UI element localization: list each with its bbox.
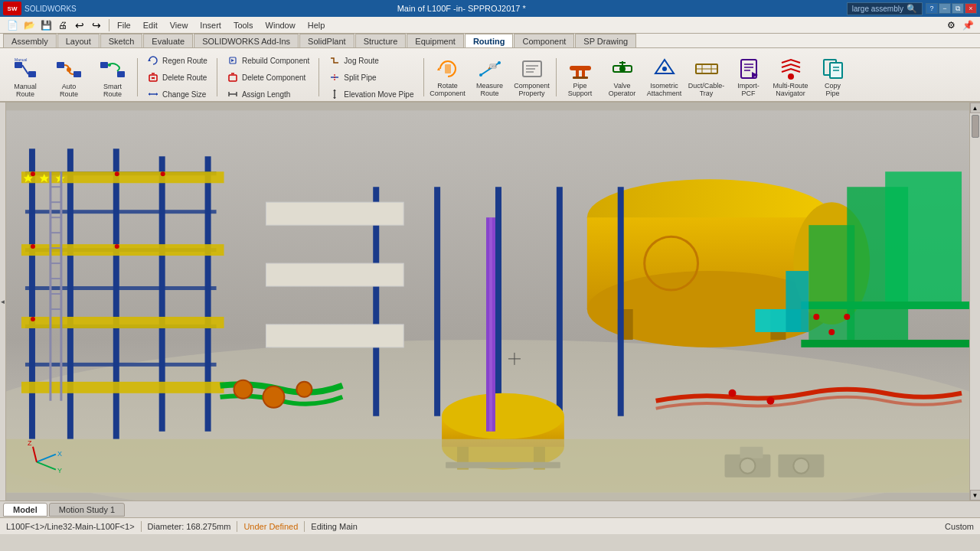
svg-rect-67: [29, 148, 35, 439]
viewport[interactable]: X Y Z: [6, 103, 969, 500]
measure-route-button[interactable]: 168 MeasureRoute: [470, 54, 510, 101]
scroll-track[interactable]: [970, 113, 980, 490]
save-button[interactable]: 💾: [38, 18, 54, 33]
file-path: L100F<1>/Line32-Main-L100F<1>: [6, 522, 135, 531]
delete-route-button[interactable]: Delete Route: [143, 70, 211, 85]
valve-operator-button[interactable]: ValveOperator: [603, 54, 642, 101]
pin-button[interactable]: 📌: [960, 18, 975, 33]
tab-structure[interactable]: Structure: [355, 34, 407, 47]
tab-addins[interactable]: SOLIDWORKS Add-Ins: [194, 34, 299, 47]
menu-tools[interactable]: Tools: [227, 17, 260, 33]
svg-rect-8: [117, 71, 125, 77]
import-pcf-button[interactable]: Import-PCF: [729, 54, 769, 101]
command-manager: Assembly Layout Sketch Evaluate SOLIDWOR…: [0, 34, 980, 103]
svg-point-9: [108, 64, 111, 67]
svg-rect-100: [885, 171, 962, 309]
quick-access-toolbar: 📄 📂 💾 🖨 ↩ ↪: [2, 18, 107, 33]
tab-layout[interactable]: Layout: [57, 34, 100, 47]
sep4: [423, 58, 424, 96]
smart-route-button[interactable]: SmartRoute: [92, 51, 133, 103]
scroll-down-button[interactable]: ▼: [970, 490, 981, 500]
restore-button[interactable]: ⧉: [952, 3, 964, 14]
assign-length-button[interactable]: Assign Length: [223, 86, 313, 102]
close-button[interactable]: ×: [965, 3, 977, 14]
menu-window[interactable]: Window: [260, 17, 302, 33]
change-size-label: Change Size: [162, 90, 206, 99]
svg-rect-105: [495, 187, 501, 416]
svg-point-33: [498, 61, 501, 64]
vertical-scrollbar[interactable]: ▲ ▼: [969, 103, 980, 500]
left-panel-toggle[interactable]: ◄: [0, 103, 6, 500]
component-property-button[interactable]: ComponentProperty: [512, 54, 552, 101]
search-box[interactable]: large assembly 🔍: [847, 2, 923, 15]
delete-route-label: Delete Route: [162, 73, 207, 82]
tab-solidplant[interactable]: SolidPlant: [299, 34, 354, 47]
scroll-thumb[interactable]: [972, 115, 979, 138]
regen-route-label: Regen Route: [162, 57, 207, 65]
menu-help[interactable]: Help: [302, 17, 332, 33]
undo-button[interactable]: ↩: [72, 18, 87, 33]
toolbar-icons-right: ⚙ 📌: [940, 18, 978, 33]
tab-component[interactable]: Component: [514, 34, 574, 47]
pipe-support-button[interactable]: PipeSupport: [560, 54, 600, 101]
menu-file[interactable]: File: [111, 17, 137, 33]
duct-cable-tray-button[interactable]: Duct/Cable-Tray: [687, 54, 727, 101]
tab-model[interactable]: Model: [3, 503, 47, 517]
delete-component-button[interactable]: Delete Component: [223, 70, 313, 85]
minimize-button[interactable]: −: [939, 3, 951, 14]
menu-view[interactable]: View: [164, 17, 194, 33]
svg-line-2: [22, 65, 28, 74]
svg-text:Z: Z: [28, 439, 32, 447]
scroll-up-button[interactable]: ▲: [970, 103, 981, 113]
open-button[interactable]: 📂: [21, 18, 37, 33]
svg-rect-5: [74, 71, 81, 77]
auto-route-button[interactable]: AutoRoute: [48, 51, 90, 103]
svg-rect-73: [25, 210, 217, 214]
title-left: SW SOLIDWORKS: [3, 2, 77, 15]
small-buttons-col2: Rebuild Component Delete Component Assig…: [221, 51, 315, 103]
tab-equipment[interactable]: Equipment: [407, 34, 464, 47]
split-pipe-label: Split Pipe: [344, 73, 376, 82]
svg-point-46: [619, 66, 626, 72]
copy-pipe-button[interactable]: CopyPipe: [813, 54, 853, 101]
tab-evaluate[interactable]: Evaluate: [143, 34, 193, 47]
elevation-move-button[interactable]: Elevation Move Pipe: [325, 86, 417, 102]
multi-route-navigator-button[interactable]: Multi-RouteNavigator: [771, 54, 811, 101]
regen-route-button[interactable]: Regen Route: [143, 53, 211, 68]
svg-point-86: [115, 171, 119, 176]
tab-routing[interactable]: Routing: [465, 34, 514, 47]
help-button[interactable]: ?: [926, 3, 938, 14]
command-tabs: Assembly Layout Sketch Evaluate SOLIDWOR…: [0, 34, 980, 48]
svg-point-124: [729, 390, 737, 397]
print-button[interactable]: 🖨: [55, 18, 70, 33]
svg-point-128: [296, 382, 312, 397]
svg-rect-107: [618, 187, 624, 416]
sep1: [137, 58, 138, 96]
svg-point-127: [263, 386, 284, 408]
menu-insert[interactable]: Insert: [194, 17, 227, 33]
rebuild-component-label: Rebuild Component: [242, 57, 309, 65]
new-button[interactable]: 📄: [5, 18, 20, 33]
tab-sketch[interactable]: Sketch: [100, 34, 143, 47]
measure-route-icon: 168: [478, 57, 502, 81]
isometric-attachment-button[interactable]: IsometricAttachment: [645, 54, 684, 101]
search-icon[interactable]: 🔍: [906, 4, 917, 14]
tab-sp-drawing[interactable]: SP Drawing: [575, 34, 636, 47]
duct-cable-tray-label: Duct/Cable-Tray: [688, 83, 725, 98]
pipe-support-icon: [568, 57, 593, 81]
svg-rect-44: [573, 77, 588, 79]
change-size-button[interactable]: Change Size: [143, 86, 211, 102]
redo-button[interactable]: ↪: [89, 18, 104, 33]
options-button[interactable]: ⚙: [943, 18, 959, 33]
svg-rect-0: [15, 62, 22, 68]
jog-route-label: Jog Route: [344, 57, 379, 65]
rotate-component-button[interactable]: RotateComponent: [428, 54, 468, 101]
manual-route-button[interactable]: Manual ManualRoute: [5, 51, 46, 103]
jog-route-icon: [328, 54, 341, 67]
tab-motion-study[interactable]: Motion Study 1: [49, 503, 125, 517]
split-pipe-button[interactable]: Split Pipe: [325, 70, 417, 85]
jog-route-button[interactable]: Jog Route: [325, 53, 417, 68]
rebuild-component-button[interactable]: Rebuild Component: [223, 53, 313, 68]
menu-edit[interactable]: Edit: [137, 17, 164, 33]
tab-assembly[interactable]: Assembly: [3, 34, 57, 47]
